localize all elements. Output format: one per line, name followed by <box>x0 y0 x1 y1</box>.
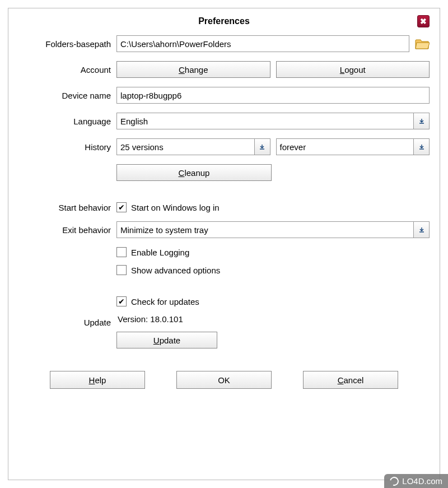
update-button[interactable]: Update <box>116 332 217 348</box>
update-label: Update <box>18 318 116 327</box>
start-on-login-label: Start on Windows log in <box>131 203 220 212</box>
close-icon: ✖ <box>420 17 427 25</box>
language-field: English <box>116 113 430 129</box>
enable-logging-label: Enable Logging <box>131 248 189 257</box>
options-stack: Enable Logging Show advanced options <box>116 247 430 275</box>
change-button[interactable]: Change <box>116 61 270 78</box>
chevron-down-icon <box>259 144 265 150</box>
account-field: Change Logout <box>116 61 430 78</box>
exit-field: Minimize to system tray <box>116 221 430 238</box>
basepath-input[interactable] <box>116 35 409 52</box>
check-updates-row: Check for updates <box>116 296 199 306</box>
browse-folder-button[interactable] <box>415 38 430 50</box>
language-select[interactable]: English <box>116 113 430 129</box>
spacer <box>18 190 430 193</box>
history-versions-value: 25 versions <box>120 142 164 152</box>
exit-label: Exit behavior <box>18 225 116 235</box>
dialog-title: Preferences <box>198 16 250 26</box>
language-value: English <box>120 117 148 126</box>
device-input[interactable] <box>116 87 430 104</box>
watermark-icon <box>388 475 400 487</box>
logging-row: Enable Logging <box>116 247 189 257</box>
dropdown-button[interactable] <box>413 139 429 155</box>
start-on-login-checkbox[interactable] <box>116 202 127 212</box>
title-bar: Preferences ✖ <box>18 16 430 26</box>
help-button[interactable]: Help <box>50 371 145 389</box>
change-rest: hange <box>185 65 208 75</box>
enable-logging-checkbox[interactable] <box>116 247 127 257</box>
dropdown-button[interactable] <box>254 139 270 155</box>
language-label: Language <box>18 117 116 126</box>
device-field <box>116 87 430 104</box>
cancel-button[interactable]: Cancel <box>303 371 398 389</box>
start-label: Start behavior <box>18 203 116 212</box>
ok-button[interactable]: OK <box>176 371 272 389</box>
chevron-down-icon <box>419 227 424 233</box>
advanced-row: Show advanced options <box>116 265 220 275</box>
update-stack: Check for updates Version: 18.0.101 Upda… <box>116 296 430 348</box>
check-updates-checkbox[interactable] <box>116 296 127 306</box>
history-duration-select[interactable]: forever <box>276 138 430 155</box>
folder-icon <box>415 38 430 50</box>
cleanup-field: Cleanup <box>116 164 430 181</box>
basepath-field <box>116 35 430 52</box>
dropdown-button[interactable] <box>413 113 429 129</box>
cleanup-button[interactable]: Cleanup <box>116 164 272 181</box>
check-updates-label: Check for updates <box>131 297 199 306</box>
device-label: Device name <box>18 91 116 100</box>
bottom-bar: Help OK Cancel <box>18 371 430 389</box>
version-text: Version: 18.0.101 <box>116 314 183 324</box>
watermark-text: LO4D.com <box>402 476 442 486</box>
spacer <box>18 284 430 287</box>
close-button[interactable]: ✖ <box>417 15 430 27</box>
history-versions-select[interactable]: 25 versions <box>116 138 270 155</box>
history-duration-value: forever <box>280 142 306 152</box>
history-field: 25 versions forever <box>116 138 430 155</box>
logout-button[interactable]: Logout <box>276 61 430 78</box>
watermark: LO4D.com <box>384 474 448 488</box>
history-label: History <box>18 142 116 152</box>
basepath-label: Folders-basepath <box>18 39 116 49</box>
show-advanced-checkbox[interactable] <box>116 265 127 275</box>
exit-select[interactable]: Minimize to system tray <box>116 221 430 238</box>
chevron-down-icon <box>419 118 424 124</box>
show-advanced-label: Show advanced options <box>131 266 220 275</box>
account-label: Account <box>18 65 116 75</box>
ok-label: OK <box>218 375 230 385</box>
chevron-down-icon <box>419 144 424 150</box>
preferences-dialog: Preferences ✖ Folders-basepath Account C… <box>8 8 440 480</box>
dropdown-button[interactable] <box>413 222 429 238</box>
exit-value: Minimize to system tray <box>120 225 208 235</box>
start-field: Start on Windows log in <box>116 202 430 212</box>
form-grid: Folders-basepath Account Change Logout D… <box>18 35 430 348</box>
